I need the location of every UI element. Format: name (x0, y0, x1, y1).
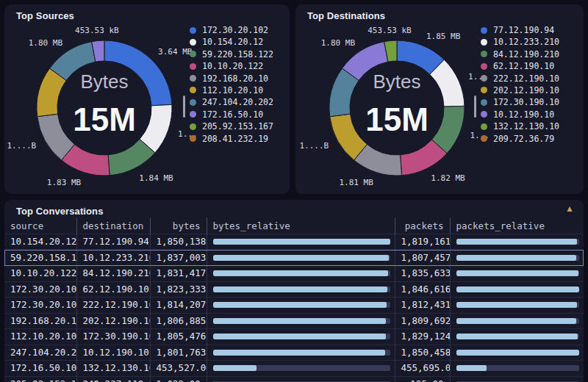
cell-packets_relative (450, 376, 584, 382)
gauge-track (213, 334, 390, 339)
conversations-table: sourcedestinationbytesbytes_relativepack… (4, 217, 584, 382)
cell-source: 172.16.50.10 (4, 361, 76, 377)
cell-source: 112.10.20.10 (4, 329, 76, 345)
cell-packets_relative (450, 361, 584, 377)
legend-color-dot (481, 39, 487, 46)
legend-item-208.41.232.19[interactable]: 208.41.232.19 (190, 134, 273, 143)
cell-packets_relative (450, 298, 584, 314)
legend-item-202.12.190.10[interactable]: 202.12.190.10 (481, 86, 559, 95)
cell-bytes: 1,023.00 (150, 376, 207, 382)
legend-item-112.10.20.10[interactable]: 112.10.20.10 (190, 86, 273, 95)
gauge-fill (456, 255, 577, 261)
table-row[interactable]: 172.16.50.10132.12.130.10453,527.00455,6… (4, 361, 584, 377)
slice-value-label: 1....B (299, 141, 329, 151)
legend-item-59.220.158.122[interactable]: 59.220.158.122 (190, 50, 273, 59)
legend-color-dot (190, 123, 196, 130)
gauge-fill (456, 350, 580, 356)
table-row[interactable]: 112.10.20.10172.30.190.101,805,476.001,8… (4, 329, 584, 345)
cell-bytes_relative (207, 313, 395, 329)
gauge-fill (213, 350, 386, 356)
table-row[interactable]: 59.220.158.12210.12.233.2101,837,003.001… (4, 250, 584, 266)
cell-destination: 222.12.190.10 (76, 298, 150, 314)
panel-title-top-conversations[interactable]: Top Conversations (16, 206, 103, 217)
legend-item-222.12.190.10[interactable]: 222.12.190.10 (481, 74, 559, 83)
cell-destination: 132.12.130.10 (76, 361, 150, 377)
table-row[interactable]: 192.168.20.10202.12.190.101,806,885.001,… (4, 313, 584, 329)
slice-value-label: 1....B (7, 141, 37, 151)
panel-title-top-sources[interactable]: Top Sources (16, 10, 74, 21)
column-header-destination[interactable]: destination (76, 217, 150, 234)
cell-packets: 135.00 (395, 376, 450, 382)
legend-item-205.92.153.167[interactable]: 205.92.153.167 (190, 122, 273, 131)
table-row[interactable]: 172.30.20.10262.12.190.101,823,333.001,8… (4, 281, 584, 298)
cell-packets: 1,850,458.00 (395, 345, 450, 361)
column-header-bytes[interactable]: bytes (150, 217, 207, 234)
cell-bytes_relative (207, 345, 395, 361)
legend-item-label: 10.154.20.12 (202, 37, 263, 47)
legend-color-dot (190, 135, 196, 142)
legend-item-132.12.130.10[interactable]: 132.12.130.10 (481, 122, 559, 131)
gauge-fill (456, 334, 578, 339)
gauge-fill (213, 365, 257, 371)
donut-center-value: 15M (73, 101, 136, 137)
column-header-packets_relative[interactable]: packets_relative (450, 217, 584, 234)
table-row[interactable]: 10.10.20.12284.12.190.2101,831,417.001,8… (4, 266, 584, 282)
cell-destination: 202.12.190.10 (76, 313, 150, 329)
legend-item-247.104.20.202[interactable]: 247.104.20.202 (190, 98, 273, 107)
slice-value-label: 1.81 MB (339, 178, 373, 187)
panel-warning-icon[interactable]: ▲ (565, 204, 574, 213)
table-row[interactable]: 205.92.153.167249.237.119.2271,023.00135… (4, 376, 584, 382)
gauge-fill (456, 302, 577, 308)
legend-color-dot (481, 135, 487, 142)
legend-item-172.16.50.10[interactable]: 172.16.50.10 (190, 110, 273, 119)
legend-scrollbar[interactable] (183, 96, 185, 118)
legend-item-label: 84.12.190.210 (493, 49, 559, 60)
gauge-track (456, 334, 580, 339)
legend-item-label: 205.92.153.167 (202, 121, 273, 131)
legend-scrollbar[interactable] (474, 96, 476, 118)
cell-bytes: 1,850,138.00 (150, 234, 207, 251)
table-header: sourcedestinationbytesbytes_relativepack… (4, 217, 584, 234)
legend-color-dot (190, 111, 196, 118)
legend-color-dot (190, 87, 196, 93)
legend-item-172.30.20.102[interactable]: 172.30.20.102 (190, 26, 273, 35)
cell-packets: 1,812,431.00 (395, 298, 450, 314)
cell-destination: 249.237.119.227 (76, 376, 150, 382)
column-header-packets[interactable]: packets (395, 217, 450, 234)
legend-item-label: 192.168.20.10 (202, 73, 268, 84)
legend-item-10.154.20.12[interactable]: 10.154.20.12 (190, 37, 273, 46)
gauge-track (456, 286, 580, 292)
legend-item-192.168.20.10[interactable]: 192.168.20.10 (190, 74, 273, 83)
panel-title-top-destinations[interactable]: Top Destinations (307, 10, 385, 21)
legend-item-209.72.36.79[interactable]: 209.72.36.79 (481, 134, 559, 143)
table-row[interactable]: 247.104.20.20210.12.190.101,801,763.001,… (4, 345, 584, 361)
legend-item-label: 10.10.20.122 (202, 61, 263, 71)
legend-item-77.12.190.94[interactable]: 77.12.190.94 (481, 26, 559, 35)
cell-destination: 62.12.190.10 (76, 281, 150, 298)
cell-source: 172.30.20.102 (4, 298, 76, 314)
donut-center-title: Bytes (80, 71, 128, 93)
legend-item-label: 247.104.20.202 (202, 97, 273, 107)
legend-color-dot (481, 63, 487, 70)
gauge-fill (213, 318, 386, 324)
legend-item-62.12.190.10[interactable]: 62.12.190.10 (481, 62, 559, 71)
legend-item-10.10.20.122[interactable]: 10.10.20.122 (190, 62, 273, 71)
legend-item-label: 77.12.190.94 (493, 25, 554, 35)
cell-packets_relative (450, 266, 584, 282)
slice-value-label: 453.53 kB (368, 26, 412, 35)
column-header-bytes_relative[interactable]: bytes_relative (207, 217, 395, 234)
legend-item-172.30.190.10[interactable]: 172.30.190.10 (481, 98, 559, 107)
table-row[interactable]: 172.30.20.102222.12.190.101,814,207.001,… (4, 298, 584, 314)
legend-destinations: 77.12.190.9410.12.233.21084.12.190.21062… (481, 26, 559, 143)
legend-color-dot (190, 63, 196, 70)
legend-item-10.12.190.10[interactable]: 10.12.190.10 (481, 110, 559, 119)
legend-item-84.12.190.210[interactable]: 84.12.190.210 (481, 50, 559, 59)
legend-color-dot (190, 39, 196, 46)
cell-bytes_relative (207, 250, 395, 266)
gauge-fill (213, 239, 390, 245)
gauge-fill (213, 286, 388, 292)
table-row[interactable]: 10.154.20.1277.12.190.941,850,138.001,81… (4, 234, 584, 251)
legend-item-10.12.233.210[interactable]: 10.12.233.210 (481, 37, 559, 46)
column-header-source[interactable]: source (4, 217, 76, 234)
cell-bytes_relative (207, 298, 395, 314)
